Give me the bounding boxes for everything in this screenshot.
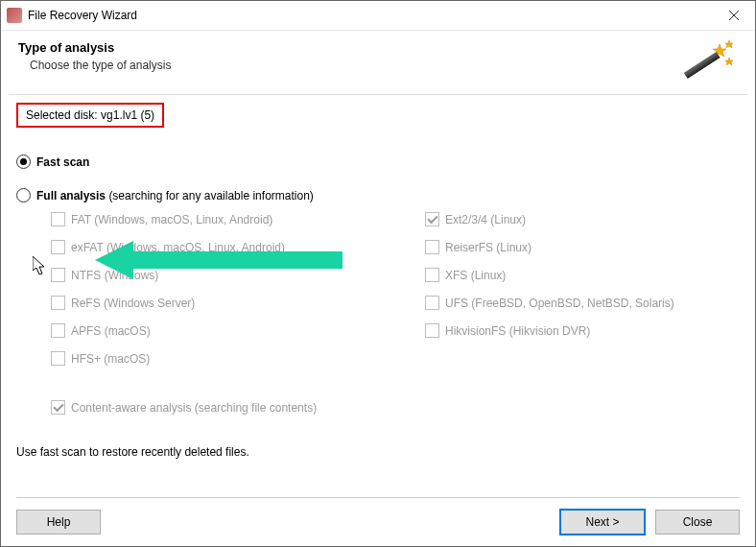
option-full-analysis-label-main: Full analysis	[36, 189, 106, 202]
fs-label: Ext2/3/4 (Linux)	[445, 213, 526, 226]
filesystem-column-right: Ext2/3/4 (Linux) ReiserFS (Linux) XFS (L…	[425, 212, 674, 366]
close-button[interactable]: Close	[655, 510, 740, 535]
window-title: File Recovery Wizard	[28, 9, 712, 22]
svg-marker-4	[725, 58, 733, 65]
help-button[interactable]: Help	[16, 510, 101, 535]
checkbox-icon	[425, 296, 439, 310]
checkbox-icon	[51, 268, 65, 282]
fs-item-refs: ReFS (Windows Server)	[51, 296, 425, 310]
checkbox-icon	[425, 212, 439, 226]
fs-label: UFS (FreeBSD, OpenBSD, NetBSD, Solaris)	[445, 297, 674, 310]
fs-label: ReFS (Windows Server)	[71, 297, 195, 310]
checkbox-icon	[425, 323, 439, 338]
wizard-body: Selected disk: vg1.lv1 (5) Fast scan Ful…	[1, 95, 755, 497]
mouse-cursor-icon	[33, 256, 48, 275]
radio-full-analysis[interactable]	[16, 188, 31, 202]
checkbox-icon	[51, 323, 65, 338]
filesystem-options: FAT (Windows, macOS, Linux, Android) exF…	[51, 212, 740, 366]
option-full-analysis-label: Full analysis (searching for any availab…	[36, 189, 314, 202]
fs-label: NTFS (Windows)	[71, 269, 158, 282]
title-bar: File Recovery Wizard	[1, 1, 755, 31]
fs-item-hfsplus: HFS+ (macOS)	[51, 351, 425, 366]
fs-item-exfat: exFAT (Windows, macOS, Linux, Android)	[51, 240, 425, 254]
checkbox-icon	[51, 296, 65, 310]
svg-rect-6	[684, 52, 720, 79]
filesystem-column-left: FAT (Windows, macOS, Linux, Android) exF…	[51, 212, 425, 366]
fs-label: XFS (Linux)	[445, 269, 506, 282]
page-title: Type of analysis	[18, 40, 684, 55]
fs-item-apfs: APFS (macOS)	[51, 323, 425, 338]
fs-label: FAT (Windows, macOS, Linux, Android)	[71, 213, 272, 226]
fs-label: APFS (macOS)	[71, 324, 151, 338]
fs-item-reiserfs: ReiserFS (Linux)	[425, 240, 674, 254]
checkbox-icon	[51, 400, 65, 415]
fs-item-hikvisionfs: HikvisionFS (Hikvision DVR)	[425, 323, 674, 338]
checkbox-icon	[425, 240, 439, 254]
fs-label: exFAT (Windows, macOS, Linux, Android)	[71, 241, 285, 254]
hint-text: Use fast scan to restore recently delete…	[16, 445, 740, 459]
fs-item-ext: Ext2/3/4 (Linux)	[425, 212, 674, 226]
checkbox-icon	[51, 240, 65, 254]
content-aware-label: Content-aware analysis (searching file c…	[71, 401, 317, 415]
radio-fast-scan[interactable]	[16, 155, 31, 169]
checkbox-icon	[51, 212, 65, 226]
wizard-window: File Recovery Wizard Type of analysis Ch…	[0, 0, 756, 547]
option-full-analysis[interactable]: Full analysis (searching for any availab…	[16, 188, 740, 202]
selected-disk-label: Selected disk:	[26, 108, 98, 122]
option-fast-scan-label: Fast scan	[36, 155, 89, 169]
fs-item-ntfs: NTFS (Windows)	[51, 268, 425, 282]
fs-item-ufs: UFS (FreeBSD, OpenBSD, NetBSD, Solaris)	[425, 296, 674, 310]
option-full-analysis-label-paren: (searching for any available information…	[108, 189, 313, 202]
selected-disk-highlight: Selected disk: vg1.lv1 (5)	[16, 103, 164, 128]
window-close-button[interactable]	[712, 1, 755, 30]
next-button[interactable]: Next >	[559, 509, 646, 535]
option-fast-scan[interactable]: Fast scan	[16, 155, 740, 169]
checkbox-icon	[51, 351, 65, 366]
svg-marker-8	[33, 256, 44, 274]
close-icon	[729, 11, 739, 20]
page-subtitle: Choose the type of analysis	[30, 59, 684, 72]
fs-label: ReiserFS (Linux)	[445, 241, 532, 254]
wizard-footer: Help Next > Close	[1, 498, 755, 546]
magic-wand-icon	[684, 40, 734, 81]
selected-disk-value: vg1.lv1 (5)	[101, 108, 154, 122]
svg-marker-3	[725, 40, 733, 48]
wizard-header: Type of analysis Choose the type of anal…	[1, 31, 755, 94]
fs-item-fat: FAT (Windows, macOS, Linux, Android)	[51, 212, 425, 226]
fs-label: HFS+ (macOS)	[71, 352, 150, 366]
fs-item-xfs: XFS (Linux)	[425, 268, 674, 282]
content-aware-option: Content-aware analysis (searching file c…	[51, 400, 740, 415]
app-icon	[7, 8, 22, 23]
checkbox-icon	[425, 268, 439, 282]
fs-label: HikvisionFS (Hikvision DVR)	[445, 324, 590, 338]
